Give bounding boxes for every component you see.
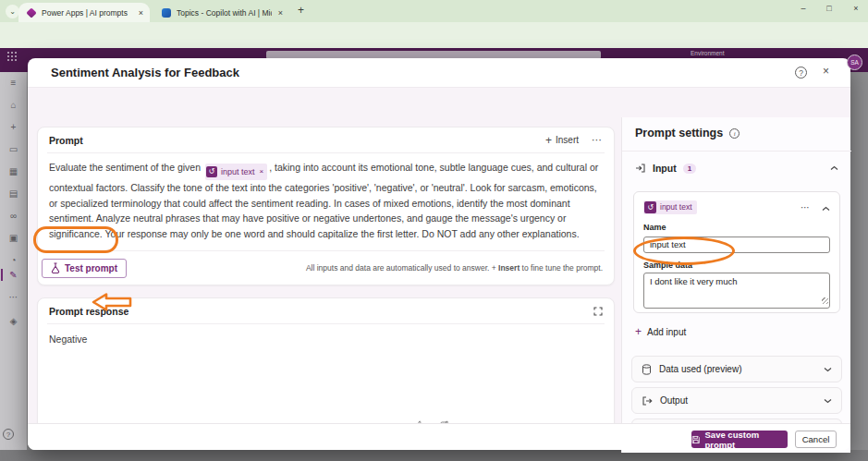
screen: ⌄ Power Apps | AI prompts × Topics - Cop… [0, 0, 868, 461]
sample-data-field[interactable]: I dont like it very much [643, 273, 830, 309]
save-custom-prompt-button[interactable]: Save custom prompt [691, 431, 788, 448]
test-prompt-button[interactable]: Test prompt [42, 259, 127, 278]
response-text: Negative [38, 324, 614, 414]
prompt-card-title: Prompt [49, 135, 83, 146]
close-icon[interactable]: × [823, 65, 829, 78]
plus-icon: + [635, 325, 642, 338]
ai-builder-icon: ✎ [6, 268, 20, 282]
minimize-button[interactable]: – [797, 4, 810, 13]
chevron-down-icon [824, 398, 832, 404]
apps-icon: ▦ [6, 164, 20, 178]
data-used-section[interactable]: Data used (preview) [631, 356, 842, 382]
input-section-label: Input [653, 163, 677, 174]
media-icon: ▣ [6, 231, 20, 245]
save-icon [691, 435, 701, 444]
create-icon: + [6, 120, 20, 134]
output-section[interactable]: Output [631, 387, 842, 414]
cancel-button[interactable]: Cancel [795, 431, 837, 448]
name-label: Name [643, 223, 830, 232]
prompt-text-before: Evaluate the sentiment of the given [49, 162, 201, 173]
close-tab-icon[interactable]: × [132, 8, 150, 18]
copilot-icon [162, 8, 171, 18]
database-icon [642, 364, 652, 375]
input-icon [635, 163, 646, 174]
remove-token-icon[interactable]: × [259, 164, 263, 180]
prompt-dialog: Sentiment Analysis for Feedback ? × Prom… [28, 58, 850, 450]
close-tab-icon[interactable]: × [272, 8, 289, 18]
more-options-icon[interactable]: ⋯ [592, 134, 603, 146]
input-variable-card: ↺ input text ⋯ Name Sample data I dont l… [633, 191, 840, 313]
prompt-text[interactable]: Evaluate the sentiment of the given ↺ in… [38, 153, 614, 250]
sample-data-label: Sample data [643, 261, 830, 270]
reports-icon: ◔ [6, 253, 20, 267]
add-input-label: Add input [647, 327, 686, 337]
prompt-response-card: Prompt response Negative AI-generated co… [37, 297, 615, 439]
input-text-token[interactable]: ↺ input text × [205, 164, 267, 181]
name-field[interactable] [643, 237, 830, 253]
environment-label: Environment [691, 50, 725, 56]
prompt-card: Prompt + Insert ⋯ Evaluate the sentiment… [37, 127, 615, 285]
insert-button[interactable]: + Insert [545, 134, 579, 147]
help-icon[interactable]: ? [795, 67, 807, 79]
active-nav-indicator [1, 269, 3, 281]
flows-icon: ∞ [6, 209, 20, 223]
save-label: Save custom prompt [705, 430, 788, 450]
tab-title: Power Apps | AI prompts [42, 8, 132, 18]
data-used-label: Data used (preview) [659, 364, 741, 374]
prompt-hint: All inputs and data are automatically us… [127, 263, 603, 273]
more-icon: ⋯ [6, 290, 20, 304]
test-prompt-label: Test prompt [65, 263, 117, 273]
tab-copilot[interactable]: Topics - Copilot with AI | Micro × [153, 3, 289, 22]
plus-icon: + [545, 134, 552, 147]
close-window-button[interactable]: × [850, 4, 862, 13]
settings-panel-title: Prompt settings [635, 127, 723, 140]
maximize-button[interactable]: □ [823, 4, 836, 13]
prompt-settings-panel: Prompt settings i Input 1 ↺ [621, 117, 850, 453]
page-title: Sentiment Analysis for Feedback [51, 66, 239, 79]
tables-icon: ▤ [6, 187, 20, 200]
app-sidebar: ≡ ⌂ + ▭ ▦ ▤ ∞ ▣ ◔ ✎ ⋯ ◈ [0, 72, 27, 450]
tab-search-button[interactable]: ⌄ [6, 5, 19, 18]
tag-label: input text [660, 202, 692, 212]
hamburger-icon: ≡ [6, 76, 20, 90]
power-apps-icon [26, 7, 36, 18]
input-count-badge: 1 [683, 164, 696, 174]
chevron-down-icon: ⌄ [9, 7, 16, 16]
output-label: Output [660, 395, 688, 406]
input-variable-icon: ↺ [644, 201, 656, 213]
prompt-text-after: , taking into account its emotional tone… [49, 162, 598, 239]
new-tab-button[interactable]: + [298, 4, 304, 17]
input-variable-icon: ↺ [206, 166, 217, 177]
browser-tabstrip: ⌄ Power Apps | AI prompts × Topics - Cop… [0, 0, 868, 22]
tools-icon: ◈ [6, 314, 20, 328]
add-input-button[interactable]: + Add input [635, 325, 686, 338]
beaker-icon [51, 262, 60, 273]
expand-icon[interactable] [593, 303, 603, 320]
tab-power-apps[interactable]: Power Apps | AI prompts × [18, 3, 150, 22]
resize-handle[interactable] [822, 297, 828, 304]
avatar: SA [847, 55, 862, 70]
help-button: ? [3, 429, 14, 440]
dialog-body: Prompt + Insert ⋯ Evaluate the sentiment… [28, 88, 850, 423]
chevron-up-icon[interactable] [822, 199, 830, 215]
app-launcher-waffle-icon [7, 52, 9, 54]
dialog-header: Sentiment Analysis for Feedback ? × [28, 58, 850, 88]
insert-label: Insert [556, 135, 579, 145]
home-icon: ⌂ [6, 98, 20, 112]
tab-title: Topics - Copilot with AI | Micro [177, 8, 272, 18]
browser-toolbar: ← → ↻ make.powerapps.com/environment/002… [0, 22, 868, 48]
input-section-header[interactable]: Input 1 [635, 160, 838, 176]
more-options-icon[interactable]: ⋯ [801, 202, 811, 212]
learn-icon: ▭ [6, 142, 20, 156]
input-text-tag: ↺ input text [643, 200, 697, 214]
token-label: input text [221, 164, 255, 180]
chevron-up-icon [830, 165, 838, 171]
chevron-down-icon [824, 367, 832, 372]
response-card-title: Prompt response [49, 306, 128, 317]
output-icon [642, 395, 653, 406]
info-icon[interactable]: i [729, 128, 740, 139]
